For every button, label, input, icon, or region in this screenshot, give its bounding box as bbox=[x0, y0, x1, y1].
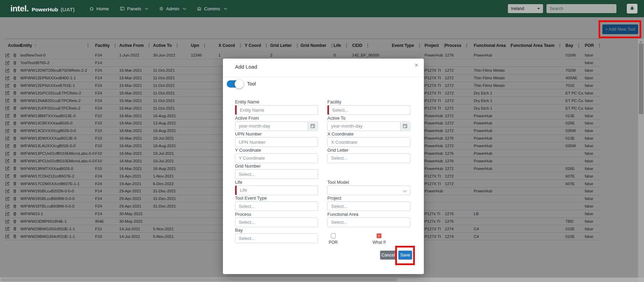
caret-down-icon bbox=[537, 8, 540, 11]
life-label: Life bbox=[235, 180, 318, 185]
functional-area-input[interactable]: Select... bbox=[327, 218, 410, 227]
active-from-field: Active Fromyear-month-day bbox=[235, 115, 318, 131]
tool-model-label: Tool Model bbox=[327, 180, 410, 185]
bug-icon bbox=[630, 6, 635, 12]
facility-label: Facility bbox=[327, 99, 410, 104]
entity-name-input[interactable]: Entity Name bbox=[235, 105, 318, 115]
grid-number-input[interactable]: Select... bbox=[235, 169, 318, 179]
project-field: ProjectSelect... bbox=[327, 195, 410, 211]
placeholder-text: UPN Number bbox=[239, 140, 265, 145]
upn-number-input[interactable]: UPN Number bbox=[235, 137, 318, 147]
comms-icon bbox=[197, 6, 202, 11]
active-to-field: Active Toyear-month-day bbox=[327, 115, 410, 131]
nav-item-label: Comms bbox=[204, 6, 220, 11]
placeholder-text: Y Coordinate bbox=[239, 155, 265, 161]
nav-item-label: Panels bbox=[127, 6, 141, 11]
what-if-checkbox-item: What If bbox=[371, 233, 387, 245]
placeholder-text: Entity Name bbox=[240, 108, 264, 113]
horizontal-scrollbar[interactable] bbox=[0, 278, 638, 282]
active-from-input[interactable]: year-month-day bbox=[235, 121, 318, 131]
active-from-label: Active From bbox=[235, 115, 318, 121]
project-input[interactable]: Select... bbox=[327, 201, 410, 211]
nav-item-home[interactable]: Home bbox=[89, 6, 109, 11]
toggle-label: Tool bbox=[247, 81, 256, 87]
process-input[interactable]: Select... bbox=[235, 218, 318, 227]
process-label: Process bbox=[235, 212, 318, 217]
add-load-modal: Add Load × Tool Entity NameEntity NameAc… bbox=[223, 59, 424, 274]
chevron-down-icon bbox=[403, 188, 407, 192]
search-placeholder: Search bbox=[550, 6, 563, 11]
functional-area-field: Functional AreaSelect... bbox=[327, 212, 410, 228]
app-title: PowerHub bbox=[32, 7, 58, 13]
annotation-box-save bbox=[395, 246, 415, 265]
placeholder-text: Select... bbox=[332, 108, 348, 113]
placeholder-text: Select... bbox=[239, 204, 255, 209]
calendar-icon[interactable] bbox=[308, 122, 317, 130]
checkbox-group: POR What If bbox=[327, 228, 410, 248]
home-icon bbox=[89, 6, 94, 11]
bay-label: Bay bbox=[235, 228, 318, 233]
close-icon[interactable]: × bbox=[415, 62, 418, 68]
grid-number-field: Grid NumberSelect... bbox=[235, 163, 318, 179]
process-field: ProcessSelect... bbox=[235, 212, 318, 228]
bay-input[interactable]: Select... bbox=[235, 233, 318, 243]
grid-number-label: Grid Number bbox=[235, 163, 318, 169]
gear-icon bbox=[159, 6, 164, 11]
functional-area-label: Functional Area bbox=[327, 212, 410, 217]
scrollbar-corner bbox=[638, 278, 644, 282]
nav-item-label: Home bbox=[96, 6, 109, 11]
nav-item-panels[interactable]: Panels bbox=[120, 6, 148, 11]
form-column-left: Entity NameEntity NameActive Fromyear-mo… bbox=[235, 99, 318, 248]
vertical-scrollbar-thumb[interactable] bbox=[639, 43, 643, 114]
life-field: LifeLife bbox=[235, 180, 318, 195]
tool-event-type-input[interactable]: Select... bbox=[235, 201, 318, 211]
nav-item-label: Admin bbox=[166, 6, 179, 11]
bug-report-button[interactable] bbox=[627, 4, 637, 13]
y-coordinate-input[interactable]: Y Coordinate bbox=[235, 153, 318, 163]
x-coordinate-input[interactable]: X Coordinate bbox=[327, 137, 410, 147]
tool-event-type-label: Tool Event Type bbox=[235, 195, 318, 201]
what-if-checkbox-label: What If bbox=[372, 240, 386, 245]
nav-item-comms[interactable]: Comms bbox=[197, 6, 227, 11]
what-if-checkbox[interactable] bbox=[377, 233, 381, 238]
panels-icon bbox=[120, 6, 125, 11]
calendar-icon[interactable] bbox=[400, 122, 410, 130]
grid-letter-input[interactable]: Select... bbox=[327, 153, 410, 163]
placeholder-text: Life bbox=[240, 188, 247, 193]
tool-event-type-field: Tool Event TypeSelect... bbox=[235, 195, 318, 211]
scroll-up-arrow-icon[interactable] bbox=[640, 40, 642, 42]
placeholder-text: X Coordinate bbox=[331, 140, 357, 145]
cancel-button[interactable]: Cancel bbox=[380, 251, 396, 260]
y-coordinate-field: Y CoordinateY Coordinate bbox=[235, 148, 318, 163]
por-checkbox[interactable] bbox=[331, 233, 336, 238]
annotation-box-add-new-tool bbox=[599, 20, 641, 38]
vertical-scrollbar[interactable] bbox=[638, 39, 644, 278]
placeholder-text: Select... bbox=[239, 172, 255, 177]
project-label: Project bbox=[327, 195, 410, 201]
placeholder-text: year-month-day bbox=[239, 123, 270, 129]
horizontal-scrollbar-thumb[interactable] bbox=[1, 278, 397, 281]
active-to-input[interactable]: year-month-day bbox=[327, 121, 410, 131]
top-nav: intel. PowerHub (UAT) Home Panels Admin … bbox=[0, 0, 644, 17]
facility-field: FacilitySelect... bbox=[327, 99, 410, 115]
x-coordinate-field: X CoordinateX Coordinate bbox=[327, 131, 410, 147]
por-checkbox-label: POR bbox=[329, 240, 338, 245]
intel-logo: intel. bbox=[10, 4, 29, 13]
chevron-down-icon bbox=[145, 6, 149, 10]
tool-model-input[interactable] bbox=[327, 185, 410, 195]
facility-input[interactable]: Select... bbox=[327, 105, 410, 115]
modal-title: Add Load bbox=[235, 64, 257, 70]
upn-number-label: UPN Number bbox=[235, 131, 318, 137]
search-input[interactable]: Search bbox=[546, 4, 616, 13]
placeholder-text: Select... bbox=[331, 220, 347, 225]
region-select[interactable]: Ireland bbox=[508, 4, 543, 13]
toggle-knob bbox=[235, 80, 244, 89]
placeholder-text: Select... bbox=[239, 220, 255, 225]
region-select-value: Ireland bbox=[511, 6, 524, 11]
grid-letter-label: Grid Letter bbox=[327, 148, 410, 153]
nav-item-admin[interactable]: Admin bbox=[159, 6, 186, 11]
life-input[interactable]: Life bbox=[235, 185, 318, 195]
tool-model-field: Tool Model bbox=[327, 180, 410, 195]
por-checkbox-item: POR bbox=[328, 233, 338, 245]
tool-toggle[interactable] bbox=[227, 80, 243, 88]
